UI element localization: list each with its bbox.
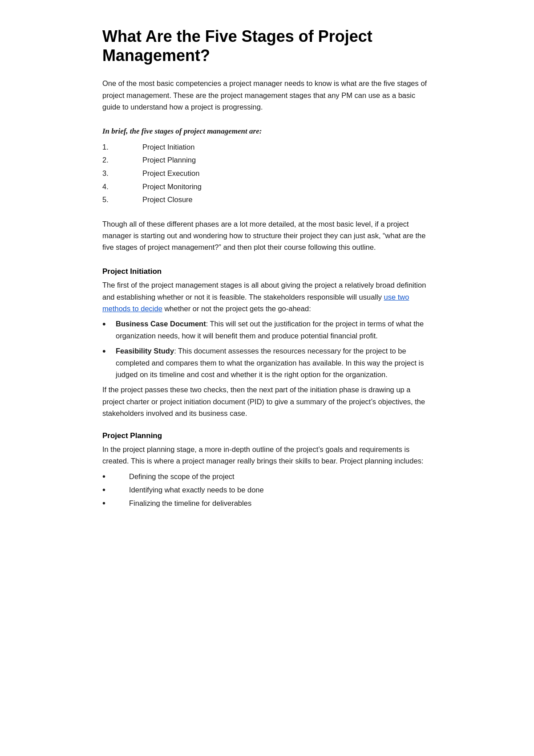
page-container: What Are the Five Stages of Project Mana…	[67, 0, 467, 556]
bullet-content-feasibility: Feasibility Study: This document assesse…	[116, 345, 432, 380]
list-num: 2.	[102, 154, 142, 166]
bullet-item-timeline: • Finalizing the timeline for deliverabl…	[102, 497, 432, 509]
bullet-bold-business-case: Business Case Document	[116, 320, 206, 328]
bullet-text-timeline: Finalizing the timeline for deliverables	[129, 497, 251, 509]
bullet-text-scope: Defining the scope of the project	[129, 471, 235, 482]
bullet-dot: •	[102, 345, 116, 380]
list-num: 3.	[102, 168, 142, 179]
bullet-bold-feasibility: Feasibility Study	[116, 347, 174, 355]
list-item: 5. Project Closure	[102, 194, 432, 206]
list-num: 4.	[102, 181, 142, 193]
list-item: 2. Project Planning	[102, 154, 432, 166]
bullet-text-identify: Identifying what exactly needs to be don…	[129, 484, 264, 496]
bullet-dot: •	[102, 318, 116, 341]
list-item: 1. Project Initiation	[102, 142, 432, 153]
bullet-dot: •	[102, 484, 129, 496]
bullet-content-business-case: Business Case Document: This will set ou…	[116, 318, 432, 341]
list-item: 4. Project Monitoring	[102, 181, 432, 193]
list-text: Project Execution	[142, 168, 199, 179]
initiation-intro-text: The first of the project management stag…	[102, 281, 426, 301]
initiation-closing-text: If the project passes these two checks, …	[102, 384, 432, 419]
bullet-item-identify: • Identifying what exactly needs to be d…	[102, 484, 432, 496]
list-num: 5.	[102, 194, 142, 206]
planning-bullet-list: • Defining the scope of the project • Id…	[102, 471, 432, 509]
bullet-dot: •	[102, 471, 129, 482]
bullet-item-business-case: • Business Case Document: This will set …	[102, 318, 432, 341]
numbered-list: 1. Project Initiation 2. Project Plannin…	[102, 142, 432, 206]
list-text: Project Closure	[142, 194, 193, 206]
section-project-planning: Project Planning In the project planning…	[102, 430, 432, 509]
list-text: Project Planning	[142, 154, 196, 166]
section-heading-initiation: Project Initiation	[102, 266, 432, 277]
main-title: What Are the Five Stages of Project Mana…	[102, 27, 432, 65]
conclusion-paragraph: Though all of these different phases are…	[102, 218, 432, 253]
bullet-item-feasibility: • Feasibility Study: This document asses…	[102, 345, 432, 380]
list-text: Project Initiation	[142, 142, 194, 153]
intro-paragraph: One of the most basic competencies a pro…	[102, 77, 432, 113]
bullet-item-scope: • Defining the scope of the project	[102, 471, 432, 482]
section-intro-initiation: The first of the project management stag…	[102, 279, 432, 314]
initiation-after-link: whether or not the project gets the go-a…	[162, 305, 311, 313]
section-heading-planning: Project Planning	[102, 430, 432, 442]
list-text: Project Monitoring	[142, 181, 202, 193]
section-project-initiation: Project Initiation The first of the proj…	[102, 266, 432, 419]
section-intro-planning: In the project planning stage, a more in…	[102, 443, 432, 467]
bullet-dot: •	[102, 497, 129, 509]
initiation-bullet-list: • Business Case Document: This will set …	[102, 318, 432, 380]
list-num: 1.	[102, 142, 142, 153]
list-item: 3. Project Execution	[102, 168, 432, 179]
brief-heading: In brief, the five stages of project man…	[102, 126, 432, 137]
